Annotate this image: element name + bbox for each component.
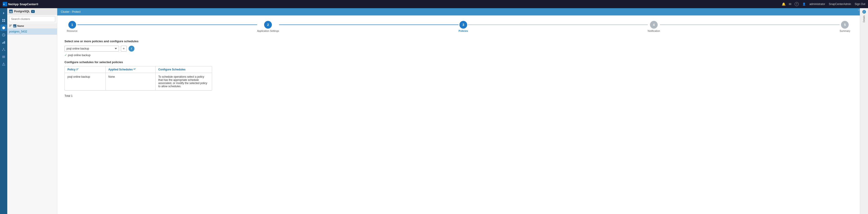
step-1: 1 Resource	[67, 21, 78, 32]
right-panel-label: Details	[863, 16, 865, 23]
step-4: 4 Notification	[648, 21, 660, 32]
svg-rect-17	[2, 58, 5, 58]
svg-rect-3	[4, 19, 5, 20]
sort-icon	[9, 24, 12, 28]
step-5-circle: 5	[841, 21, 849, 29]
col-configure-label: Configure Schedules	[158, 68, 186, 71]
content-area: 1 Resource 2 Application Settings 3	[57, 16, 860, 214]
sidebar-db-label: PostgreSQL	[14, 10, 30, 13]
svg-rect-2	[2, 19, 3, 20]
top-nav-right: 🔔 ✉ ? 👤 administrator SnapCenterAdmin Si…	[782, 2, 865, 6]
sidebar-item-label: postgres_5432	[9, 30, 27, 33]
step-3-number: 3	[462, 23, 464, 27]
svg-rect-15	[2, 56, 5, 56]
col-applied-label: Applied Schedules	[108, 68, 133, 71]
svg-rect-8	[3, 42, 4, 43]
svg-text:pg: pg	[13, 25, 16, 27]
col-policy-label: Policy	[67, 68, 75, 71]
info-icon: i	[131, 47, 132, 50]
step-4-number: 4	[653, 23, 655, 27]
connector-4-5	[660, 25, 840, 25]
sidebar-table-header: pg Name	[7, 23, 57, 29]
svg-text:!: !	[3, 64, 4, 65]
policy-tag-label: psql online backup	[68, 54, 90, 57]
nav-icons: 🔔 ✉ ?	[782, 2, 799, 6]
schedule-table: Policy Applied Schedules Configure Sched…	[64, 66, 212, 91]
step-2-circle: 2	[264, 21, 272, 29]
connector-1-2	[78, 25, 257, 25]
mail-icon[interactable]: ✉	[789, 2, 792, 6]
close-button[interactable]: ×	[858, 8, 860, 12]
signout-label[interactable]: Sign Out	[855, 2, 865, 6]
schedules-title: Configure schedules for selected policie…	[64, 60, 852, 64]
step-5: 5 Summary	[840, 21, 850, 32]
rail-grid-icon[interactable]	[0, 17, 7, 24]
svg-rect-7	[2, 42, 3, 43]
add-policy-button[interactable]: +	[121, 45, 127, 52]
step-4-label: Notification	[648, 30, 660, 32]
step-1-label: Resource	[67, 30, 78, 32]
rail-menu-icon[interactable]	[0, 54, 7, 60]
breadcrumb-bar: Cluster - Protect	[57, 8, 860, 16]
search-input[interactable]	[9, 16, 55, 22]
netapp-logo-icon: N	[3, 2, 7, 6]
rail-chart-icon[interactable]	[0, 39, 7, 45]
svg-rect-9	[4, 41, 5, 43]
right-panel: i Details	[860, 8, 868, 214]
svg-rect-23	[9, 26, 10, 27]
svg-rect-21	[9, 25, 12, 25]
main-layout: ! pg PostgreSQL × pg Name postgres_5432	[0, 0, 868, 214]
sidebar-item-postgres[interactable]: postgres_5432	[7, 29, 57, 35]
search-box	[9, 16, 55, 22]
sidebar: pg PostgreSQL × pg Name postgres_5432	[7, 8, 57, 214]
row-applied: None	[105, 73, 156, 90]
user-icon: 👤	[802, 2, 806, 6]
admin-label[interactable]: SnapCenterAdmin	[829, 2, 851, 6]
rail-network-icon[interactable]	[0, 47, 7, 53]
app-logo: N NetApp SnapCenter®	[3, 2, 38, 6]
rail-collapse-icon[interactable]	[0, 10, 7, 17]
step-2-number: 2	[267, 23, 269, 27]
wizard-steps: 1 Resource 2 Application Settings 3	[64, 21, 852, 32]
help-icon[interactable]: ?	[795, 2, 799, 6]
col-configure-header: Configure Schedules	[156, 66, 212, 73]
check-icon: ✓	[64, 53, 67, 57]
rail-alert-icon[interactable]: !	[0, 61, 7, 67]
sidebar-close-badge[interactable]: ×	[31, 10, 35, 13]
step-2: 2 Application Settings	[257, 21, 279, 32]
details-icon-label: i	[864, 11, 864, 13]
close-button-container: ×	[858, 8, 860, 12]
step-1-number: 1	[71, 23, 73, 27]
brand-name: NetApp	[8, 2, 19, 6]
policy-dropdown[interactable]: psql online backup	[64, 45, 119, 52]
notification-icon[interactable]: 🔔	[782, 2, 785, 6]
rail-shield-icon[interactable]	[0, 25, 7, 31]
user-label[interactable]: administrator	[809, 2, 825, 6]
svg-line-14	[4, 49, 4, 51]
add-icon: +	[123, 47, 125, 51]
svg-rect-22	[9, 26, 11, 26]
row-policy-text: psql online backup	[67, 75, 90, 79]
connector-3-4	[468, 25, 648, 25]
svg-text:pg: pg	[9, 10, 12, 13]
svg-rect-5	[4, 21, 5, 22]
svg-point-10	[3, 48, 4, 49]
policy-select-row: psql online backup + i	[64, 45, 852, 52]
step-5-label: Summary	[840, 30, 850, 32]
top-nav: N NetApp SnapCenter® 🔔 ✉ ? 👤 administrat…	[0, 0, 868, 8]
row-applied-text: None	[108, 75, 115, 79]
rail-activity-icon[interactable]	[0, 32, 7, 38]
step-2-label: Application Settings	[257, 30, 279, 32]
applied-sort-icon	[133, 68, 136, 71]
svg-rect-16	[2, 57, 5, 57]
postgres-icon: pg	[9, 9, 13, 13]
info-button[interactable]: i	[128, 45, 134, 52]
total-label: Total 1	[64, 94, 852, 97]
col-applied-header: Applied Schedules	[105, 66, 156, 73]
breadcrumb: Cluster - Protect	[61, 10, 81, 13]
policy-tag: ✓ psql online backup	[64, 53, 852, 57]
db-header-icon: pg	[13, 24, 17, 28]
details-info-icon: i	[862, 10, 866, 13]
sidebar-header: pg PostgreSQL ×	[7, 8, 57, 15]
app-title: SnapCenter®	[20, 2, 38, 6]
